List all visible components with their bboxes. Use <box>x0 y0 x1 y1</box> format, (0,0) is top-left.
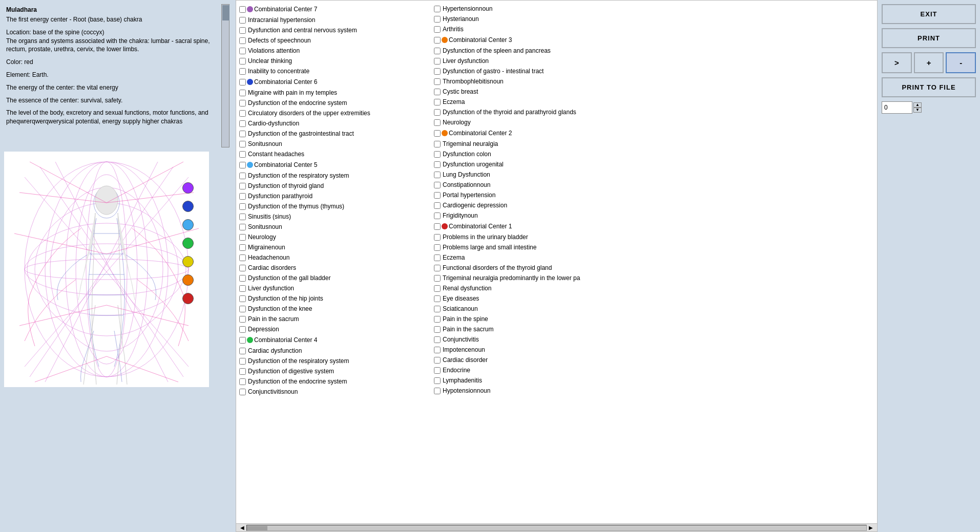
item-checkbox[interactable] <box>239 295 246 302</box>
item-checkbox[interactable] <box>434 285 441 292</box>
list-item[interactable]: Problems large and small intestine <box>433 242 623 252</box>
left-scroll-thumb[interactable] <box>222 5 230 20</box>
item-checkbox[interactable] <box>239 141 246 147</box>
item-checkbox[interactable] <box>239 203 246 210</box>
list-item[interactable]: Intracranial hypertension <box>238 15 429 25</box>
list-item[interactable]: Migraine with pain in my temples <box>238 88 429 98</box>
plus-button[interactable]: + <box>914 52 944 73</box>
spinner-up[interactable]: ▲ <box>913 102 922 108</box>
item-checkbox[interactable] <box>434 234 441 241</box>
list-item[interactable]: Trigeminal neuralgia <box>433 139 623 149</box>
list-item[interactable]: Defects of speechnoun <box>238 35 429 46</box>
item-checkbox[interactable] <box>239 214 246 220</box>
list-item[interactable]: Frigiditynoun <box>433 210 623 221</box>
item-checkbox[interactable] <box>239 389 246 395</box>
list-item[interactable]: Violations attention <box>238 46 429 56</box>
list-item[interactable]: Cardiac disorders <box>238 263 429 273</box>
list-item[interactable]: Eczema <box>433 97 623 107</box>
list-item[interactable]: Dysfunction of the gastrointestinal trac… <box>238 129 429 139</box>
item-checkbox[interactable] <box>239 348 246 354</box>
item-checkbox[interactable] <box>434 367 441 374</box>
scroll-left-btn[interactable]: ◀ <box>238 525 246 530</box>
greater-button[interactable]: > <box>882 52 912 73</box>
item-checkbox[interactable] <box>239 100 246 107</box>
item-checkbox[interactable] <box>434 377 441 384</box>
item-checkbox[interactable] <box>239 358 246 365</box>
list-container[interactable]: Combinatorial Center 7Intracranial hyper… <box>236 1 877 523</box>
item-checkbox[interactable] <box>434 326 441 333</box>
list-item[interactable]: Dysfunction of the knee <box>238 304 429 314</box>
list-item[interactable]: Problems in the urinary bladder <box>433 232 623 242</box>
section-checkbox[interactable] <box>239 162 246 168</box>
item-checkbox[interactable] <box>434 388 441 394</box>
item-checkbox[interactable] <box>434 109 441 116</box>
list-item[interactable]: Dysfunction of the respiratory system <box>238 356 429 366</box>
list-item[interactable]: Conjunctivitis <box>433 334 623 345</box>
list-item[interactable]: Dysfunction of digestive system <box>238 366 429 376</box>
list-item[interactable]: Depression <box>238 324 429 334</box>
list-item[interactable]: Cardiac disorder <box>433 355 623 365</box>
item-checkbox[interactable] <box>239 275 246 282</box>
item-checkbox[interactable] <box>434 141 441 147</box>
list-item[interactable]: Dysfunction colon <box>433 149 623 159</box>
list-item[interactable]: Sciaticanoun <box>433 304 623 314</box>
list-item[interactable]: Dysfunction of the gall bladder <box>238 273 429 283</box>
section-checkbox[interactable] <box>434 37 441 44</box>
list-item[interactable]: Constipationnoun <box>433 180 623 190</box>
item-checkbox[interactable] <box>434 172 441 178</box>
item-checkbox[interactable] <box>434 151 441 158</box>
list-item[interactable]: Cardiogenic depression <box>433 200 623 210</box>
list-item[interactable]: Dysfunction of the respiratory system <box>238 171 429 181</box>
item-checkbox[interactable] <box>239 285 246 292</box>
list-item[interactable]: Dysfunction of thyroid gland <box>238 181 429 191</box>
section-checkbox[interactable] <box>434 130 441 137</box>
item-checkbox[interactable] <box>239 48 246 54</box>
list-item[interactable]: Portal hypertension <box>433 190 623 200</box>
minus-button[interactable]: - <box>946 52 976 73</box>
list-item[interactable]: Inability to concentrate <box>238 66 429 76</box>
list-item[interactable]: Dysfunction of the spleen and pancreas <box>433 46 623 56</box>
item-checkbox[interactable] <box>434 347 441 353</box>
list-item[interactable]: Thrombophlebitisnoun <box>433 76 623 87</box>
list-item[interactable]: Impotencenoun <box>433 345 623 355</box>
list-item[interactable]: Dysfunction and central nervous system <box>238 25 429 35</box>
item-checkbox[interactable] <box>434 336 441 343</box>
item-checkbox[interactable] <box>239 224 246 230</box>
list-item[interactable]: Pain in the sacrum <box>433 324 623 334</box>
list-item[interactable]: Circulatory disorders of the upper extre… <box>238 108 429 118</box>
list-item[interactable]: Lymphadenitis <box>433 375 623 386</box>
list-item[interactable]: Eczema <box>433 252 623 263</box>
list-item[interactable]: Hypertensionnoun <box>433 4 623 14</box>
list-item[interactable]: Trigeminal neuralgia predominantly in th… <box>433 273 623 283</box>
item-checkbox[interactable] <box>239 254 246 261</box>
list-item[interactable]: Arthritis <box>433 24 623 34</box>
item-checkbox[interactable] <box>239 151 246 158</box>
list-item[interactable]: Hypotensionnoun <box>433 386 623 396</box>
list-item[interactable]: Hysterianoun <box>433 14 623 24</box>
item-checkbox[interactable] <box>434 119 441 126</box>
item-checkbox[interactable] <box>239 265 246 271</box>
list-item[interactable]: Dysfunction of the endocrine system <box>238 98 429 108</box>
item-checkbox[interactable] <box>434 275 441 282</box>
item-checkbox[interactable] <box>434 265 441 271</box>
list-item[interactable]: Sonitusnoun <box>238 222 429 232</box>
list-item[interactable]: Neurology <box>238 232 429 242</box>
item-checkbox[interactable] <box>239 37 246 44</box>
item-checkbox[interactable] <box>239 120 246 127</box>
section-checkbox[interactable] <box>239 79 246 86</box>
list-item[interactable]: Migrainenoun <box>238 242 429 252</box>
item-checkbox[interactable] <box>239 183 246 189</box>
list-item[interactable]: Headachenoun <box>238 252 429 263</box>
item-checkbox[interactable] <box>239 244 246 251</box>
item-checkbox[interactable] <box>434 161 441 168</box>
item-checkbox[interactable] <box>239 193 246 200</box>
item-checkbox[interactable] <box>239 326 246 333</box>
item-checkbox[interactable] <box>239 68 246 75</box>
spinner-down[interactable]: ▼ <box>913 108 922 113</box>
item-checkbox[interactable] <box>434 254 441 261</box>
item-checkbox[interactable] <box>239 58 246 65</box>
list-item[interactable]: Functional disorders of the thyroid glan… <box>433 263 623 273</box>
list-item[interactable]: Pain in the sacrum <box>238 314 429 324</box>
list-item[interactable]: Dysfunction of the thyroid and parathyro… <box>433 107 623 117</box>
item-checkbox[interactable] <box>239 17 246 24</box>
